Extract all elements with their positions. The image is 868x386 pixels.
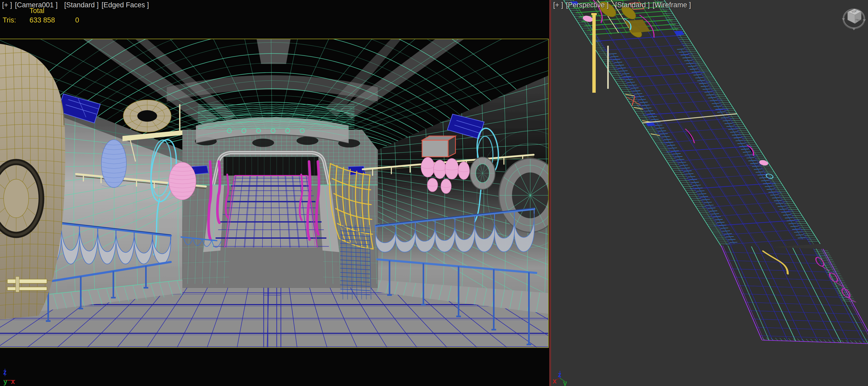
world-axis-tripod: z y x (0, 363, 31, 386)
axis-y-label: y (3, 378, 7, 385)
axis-x-label: x (11, 378, 15, 385)
poly-stats-total: 633 858 (30, 16, 55, 24)
general-viewport-menu[interactable]: [+ ] (553, 1, 563, 9)
axis-y-label: y (563, 379, 567, 386)
point-of-view-menu[interactable]: [Perspective ] (566, 1, 609, 9)
world-axis-tripod: z x y (551, 366, 582, 386)
render-preset-menu[interactable]: [Standard ] (615, 1, 650, 9)
axis-z-label: z (558, 371, 561, 379)
shading-menu[interactable]: [Wireframe ] (653, 1, 691, 9)
poly-stats-row-label: Tris: (3, 16, 16, 24)
general-viewport-menu[interactable]: [+ ] (2, 1, 12, 9)
axis-x-label: x (553, 377, 557, 385)
point-of-view-menu[interactable]: [Camera001 ] (15, 1, 58, 9)
camera-viewport[interactable]: [+ ][Camera001 ][Standard ][Edged Faces … (0, 0, 549, 386)
render-preset-menu[interactable]: [Standard ] (64, 1, 99, 9)
shading-menu[interactable]: [Edged Faces ] (101, 1, 149, 9)
camera-safe-frame (0, 39, 549, 348)
perspective-viewport[interactable]: TOPFRONT [+ ][Perspective ][Standard ][W… (551, 0, 868, 386)
camera-viewport-canvas[interactable] (0, 39, 548, 347)
perspective-viewport-canvas[interactable]: TOPFRONT (551, 0, 868, 386)
viewport-label-bar: [+ ][Perspective ][Standard ][Wireframe … (553, 1, 694, 9)
axis-z-label: z (3, 368, 7, 376)
viewport-splitter[interactable] (549, 0, 551, 386)
poly-stats-selection: 0 (75, 16, 79, 24)
viewport-label-bar: [+ ][Camera001 ][Standard ][Edged Faces … (2, 1, 152, 9)
